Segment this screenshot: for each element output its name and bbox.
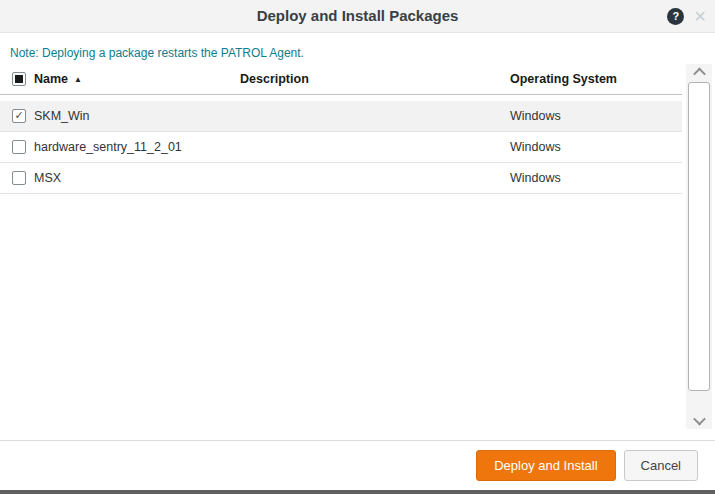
package-name: SKM_Win bbox=[34, 109, 240, 123]
cancel-button[interactable]: Cancel bbox=[624, 450, 698, 481]
dialog-title: Deploy and Install Packages bbox=[0, 0, 715, 32]
chevron-down-icon bbox=[693, 413, 706, 426]
grid-header-row: ✓ Name ▲ Description Operating System bbox=[0, 64, 682, 95]
row-checkbox[interactable]: ✓ bbox=[12, 140, 26, 154]
close-icon[interactable]: × bbox=[694, 7, 706, 25]
scroll-up-button[interactable] bbox=[686, 64, 712, 81]
vertical-scrollbar[interactable] bbox=[686, 64, 712, 429]
restart-note: Note: Deploying a package restarts the P… bbox=[0, 33, 715, 64]
row-checkbox-cell: ✓ bbox=[0, 171, 34, 185]
sort-ascending-icon: ▲ bbox=[74, 75, 82, 84]
select-all-cell: ✓ bbox=[0, 72, 34, 86]
row-checkbox[interactable]: ✓ bbox=[12, 171, 26, 185]
deploy-install-dialog: Deploy and Install Packages ? × Note: De… bbox=[0, 0, 715, 494]
package-os: Windows bbox=[510, 109, 682, 123]
package-name: MSX bbox=[34, 171, 240, 185]
package-os: Windows bbox=[510, 140, 682, 154]
deploy-and-install-button[interactable]: Deploy and Install bbox=[476, 450, 615, 481]
chevron-up-icon bbox=[693, 68, 706, 81]
select-all-checkbox[interactable]: ✓ bbox=[12, 72, 26, 86]
header-icons: ? × bbox=[667, 0, 706, 32]
help-icon-glyph: ? bbox=[672, 10, 679, 22]
dialog-header: Deploy and Install Packages ? × bbox=[0, 0, 715, 33]
row-checkbox-cell: ✓ bbox=[0, 109, 34, 123]
package-os: Windows bbox=[510, 171, 682, 185]
scrollbar-thumb[interactable] bbox=[688, 82, 710, 391]
help-icon[interactable]: ? bbox=[667, 8, 684, 25]
column-header-name-label: Name bbox=[34, 72, 68, 86]
table-row[interactable]: ✓ SKM_Win Windows bbox=[0, 101, 682, 132]
packages-grid: ✓ Name ▲ Description Operating System ✓ bbox=[0, 64, 715, 440]
table-row[interactable]: ✓ MSX Windows bbox=[0, 163, 682, 194]
scroll-down-button[interactable] bbox=[686, 412, 712, 429]
grid-content: ✓ Name ▲ Description Operating System ✓ bbox=[0, 64, 682, 194]
check-icon: ✓ bbox=[14, 110, 23, 121]
dialog-footer: Deploy and Install Cancel bbox=[0, 440, 715, 490]
indeterminate-icon bbox=[15, 75, 23, 83]
row-checkbox[interactable]: ✓ bbox=[12, 109, 26, 123]
row-checkbox-cell: ✓ bbox=[0, 140, 34, 154]
dialog-bottom-edge bbox=[0, 490, 715, 494]
table-row[interactable]: ✓ hardware_sentry_11_2_01 Windows bbox=[0, 132, 682, 163]
column-header-description[interactable]: Description bbox=[240, 72, 510, 86]
package-name: hardware_sentry_11_2_01 bbox=[34, 140, 240, 154]
column-header-name[interactable]: Name ▲ bbox=[34, 72, 240, 86]
column-header-os[interactable]: Operating System bbox=[510, 72, 682, 86]
